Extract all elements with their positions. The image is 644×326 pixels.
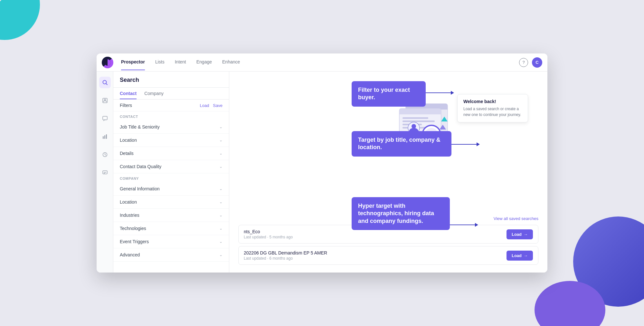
filter-advanced[interactable]: Advanced ⌄	[113, 248, 229, 262]
arrow-1	[426, 91, 454, 95]
svg-rect-7	[104, 135, 105, 139]
app-window: Prospector Lists Intent Engage Enhance ?…	[97, 53, 547, 273]
sidebar-icon-history[interactable]	[99, 149, 111, 160]
nav-intent[interactable]: Intent	[175, 59, 186, 66]
filters-label: Filters	[120, 103, 132, 108]
chevron-industries: ⌄	[219, 213, 223, 217]
filter-contact-location[interactable]: Location ⌄	[113, 134, 229, 147]
bg-decoration-teal	[0, 0, 61, 61]
saved-search-name-0: nts_Eco	[244, 229, 293, 234]
saved-search-meta-0: Last updated · 5 months ago	[244, 235, 293, 239]
welcome-card: Welcome back! Load a saved search or cre…	[457, 94, 528, 122]
arrow-head-1	[451, 91, 454, 95]
main-content: Filter to your exact buyer. Target by jo…	[229, 72, 547, 273]
app-body: Search Contact Company Filters Load Save…	[97, 72, 547, 273]
sidebar-icon-search[interactable]	[99, 77, 111, 88]
main-nav: Prospector Lists Intent Engage Enhance	[121, 59, 519, 66]
chevron-general-information: ⌄	[219, 187, 223, 191]
arrow-2	[451, 142, 480, 146]
filters-actions: Load Save	[200, 103, 223, 108]
filters-toolbar: Filters Load Save	[113, 100, 229, 111]
arrow-line-1	[426, 92, 451, 93]
filter-contact-data-quality[interactable]: Contact Data Quality ⌄	[113, 160, 229, 173]
view-all-searches-link[interactable]: View all saved searches	[494, 216, 538, 221]
welcome-text: Load a saved search or create a new one …	[463, 106, 522, 118]
contact-section-label: Contact	[113, 111, 229, 120]
chevron-event-triggers: ⌄	[219, 239, 223, 244]
tooltip-hyper-target: Hyper target with technographics, hiring…	[352, 197, 450, 230]
arrow-3	[450, 223, 478, 227]
arrow-head-2	[477, 142, 480, 146]
chevron-details: ⌄	[219, 151, 223, 156]
nav-right: ? C	[519, 57, 542, 68]
svg-rect-6	[103, 136, 104, 139]
nav-enhance[interactable]: Enhance	[222, 59, 240, 66]
help-button[interactable]: ?	[519, 58, 528, 67]
svg-line-2	[106, 84, 107, 85]
nav-prospector[interactable]: Prospector	[121, 59, 145, 66]
load-search-button-0[interactable]: Load →	[507, 229, 533, 239]
filter-technologies[interactable]: Technologies ⌄	[113, 222, 229, 235]
chevron-contact-location: ⌄	[219, 138, 223, 142]
svg-point-24	[412, 124, 416, 129]
welcome-title: Welcome back!	[463, 99, 522, 104]
filter-details[interactable]: Details ⌄	[113, 147, 229, 160]
saved-search-meta-1: Last updated · 6 months ago	[244, 256, 327, 261]
filter-tabs: Contact Company	[113, 88, 229, 100]
arrow-line-3	[450, 225, 476, 225]
filter-panel: Search Contact Company Filters Load Save…	[113, 72, 229, 273]
nav-engage[interactable]: Engage	[196, 59, 212, 66]
chevron-technologies: ⌄	[219, 226, 223, 231]
arrow-line-2	[451, 144, 477, 145]
tooltip-target-job: Target by job title, company & location.	[352, 131, 451, 157]
company-section-label: Company	[113, 173, 229, 182]
sidebar-icons	[97, 72, 113, 273]
load-search-button-1[interactable]: Load →	[507, 251, 533, 261]
sidebar-icon-card[interactable]	[99, 167, 111, 178]
sidebar-icon-chat[interactable]	[99, 113, 111, 124]
saved-search-item-1: 202206 DG GBL Demandism EP 5 AMER Last u…	[238, 246, 538, 265]
arrow-head-3	[475, 223, 478, 227]
chevron-company-location: ⌄	[219, 200, 223, 204]
svg-rect-5	[103, 116, 107, 120]
save-filters-button[interactable]: Save	[213, 103, 223, 108]
chevron-contact-data-quality: ⌄	[219, 164, 223, 169]
svg-rect-18	[399, 112, 441, 114]
top-nav: Prospector Lists Intent Engage Enhance ?…	[97, 53, 547, 72]
svg-rect-20	[402, 120, 435, 122]
tab-contact[interactable]: Contact	[120, 88, 137, 99]
svg-point-4	[104, 99, 106, 101]
tooltip-filter-buyer: Filter to your exact buyer.	[352, 81, 426, 107]
filter-general-information[interactable]: General Information ⌄	[113, 182, 229, 196]
svg-rect-19	[402, 117, 428, 119]
tab-company[interactable]: Company	[144, 88, 164, 99]
sidebar-icon-contacts[interactable]	[99, 95, 111, 106]
filter-header-title: Search	[113, 72, 229, 88]
nav-lists[interactable]: Lists	[155, 59, 165, 66]
svg-rect-8	[106, 134, 107, 139]
saved-search-name-1: 202206 DG GBL Demandism EP 5 AMER	[244, 250, 327, 255]
app-logo[interactable]	[102, 57, 113, 68]
chevron-advanced: ⌄	[219, 253, 223, 257]
filter-job-title[interactable]: Job Title & Seniority ⌄	[113, 120, 229, 134]
chevron-job-title: ⌄	[219, 125, 223, 129]
filter-company-location[interactable]: Location ⌄	[113, 196, 229, 209]
load-filters-button[interactable]: Load	[200, 103, 209, 108]
sidebar-icon-chart[interactable]	[99, 131, 111, 142]
user-avatar[interactable]: C	[532, 57, 542, 68]
filter-industries[interactable]: Industries ⌄	[113, 209, 229, 222]
filter-event-triggers[interactable]: Event Triggers ⌄	[113, 235, 229, 248]
